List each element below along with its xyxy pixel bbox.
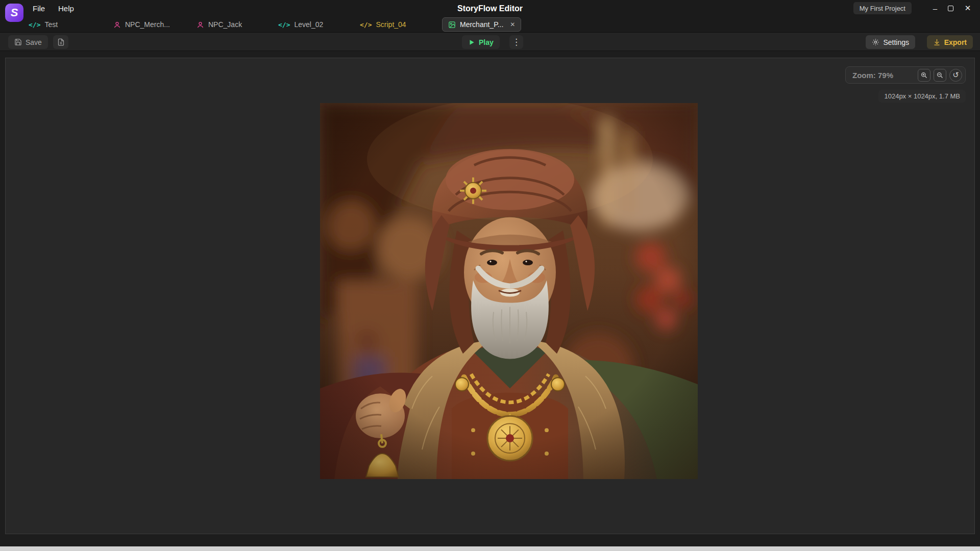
save-label: Save: [26, 38, 42, 46]
tab-label: NPC_Merch...: [125, 20, 170, 29]
image-info-badge: 1024px × 1024px, 1.7 MB: [878, 90, 966, 103]
tab-merchant-portrait-active[interactable]: Merchant_P... ✕: [442, 17, 521, 32]
code-icon: </>: [29, 21, 40, 29]
app-window: S File Help StoryFlow Editor My First Pr…: [0, 0, 980, 551]
save-floppy-icon: [14, 38, 22, 46]
close-window-button[interactable]: ✕: [961, 1, 975, 16]
image-icon: [448, 21, 456, 29]
gear-icon: [872, 38, 879, 46]
document-button[interactable]: [53, 35, 68, 49]
tab-script-04[interactable]: </> Script_04: [360, 17, 406, 32]
reset-icon: ↺: [952, 70, 959, 80]
app-title: StoryFlow Editor: [0, 0, 980, 17]
title-bar: S File Help StoryFlow Editor My First Pr…: [0, 0, 980, 17]
script-code-icon: </>: [360, 21, 372, 29]
settings-label: Settings: [883, 38, 909, 46]
menu-file-label: File: [33, 4, 45, 13]
export-button[interactable]: Export: [927, 35, 973, 49]
zoom-out-icon: [936, 71, 944, 79]
close-tab-icon[interactable]: ✕: [510, 21, 515, 28]
zoom-in-icon: [920, 71, 928, 79]
play-button[interactable]: Play: [462, 35, 500, 49]
document-icon: [57, 38, 65, 46]
code-icon: </>: [278, 21, 290, 29]
image-canvas[interactable]: Zoom: 79% ↺ 1024px: [5, 58, 975, 534]
tab-npc-jack[interactable]: NPC_Jack: [197, 17, 242, 32]
tab-test[interactable]: </> Test: [29, 17, 58, 32]
tab-label: Script_04: [376, 20, 406, 29]
npc-person-icon: [113, 21, 121, 29]
merchant-portrait-image: [320, 103, 698, 479]
tab-level-02[interactable]: </> Level_02: [278, 17, 323, 32]
play-icon: [468, 39, 475, 46]
zoom-level-label: Zoom: 79%: [852, 71, 915, 80]
tab-npc-merchant[interactable]: NPC_Merch...: [113, 17, 170, 32]
menu-help-label: Help: [58, 4, 74, 13]
menu-file[interactable]: File: [30, 0, 48, 17]
tab-label: Merchant_P...: [460, 20, 503, 29]
play-label: Play: [479, 38, 494, 46]
app-logo: S: [5, 4, 23, 22]
settings-button[interactable]: Settings: [866, 35, 915, 49]
workspace: Zoom: 79% ↺ 1024px: [0, 51, 980, 551]
zoom-in-button[interactable]: [918, 69, 930, 82]
kebab-menu-icon: ⋮: [512, 37, 521, 47]
logo-letter: S: [11, 6, 18, 19]
more-options-button[interactable]: ⋮: [509, 35, 523, 49]
tab-label: Level_02: [294, 20, 323, 29]
menu-help[interactable]: Help: [55, 0, 77, 17]
zoom-out-button[interactable]: [934, 69, 946, 82]
close-window-icon: ✕: [965, 4, 971, 13]
minimize-button[interactable]: –: [928, 1, 942, 16]
npc-person-icon: [197, 21, 204, 29]
tab-bar: </> Test NPC_Merch... NPC_Jack </> Level…: [0, 17, 980, 32]
save-button[interactable]: Save: [8, 35, 48, 49]
project-badge: My First Project: [853, 2, 912, 14]
tab-label: Test: [44, 20, 58, 29]
zoom-controls: Zoom: 79% ↺: [845, 66, 966, 84]
zoom-reset-button[interactable]: ↺: [949, 69, 962, 82]
tab-label: NPC_Jack: [208, 20, 242, 29]
download-icon: [933, 38, 941, 46]
horizontal-scrollbar[interactable]: [0, 546, 980, 551]
export-label: Export: [944, 38, 967, 46]
minimize-icon: –: [933, 4, 937, 13]
maximize-icon: [948, 6, 953, 11]
toolbar: Save Play ⋮ Set: [0, 32, 980, 51]
maximize-button[interactable]: [943, 1, 958, 16]
